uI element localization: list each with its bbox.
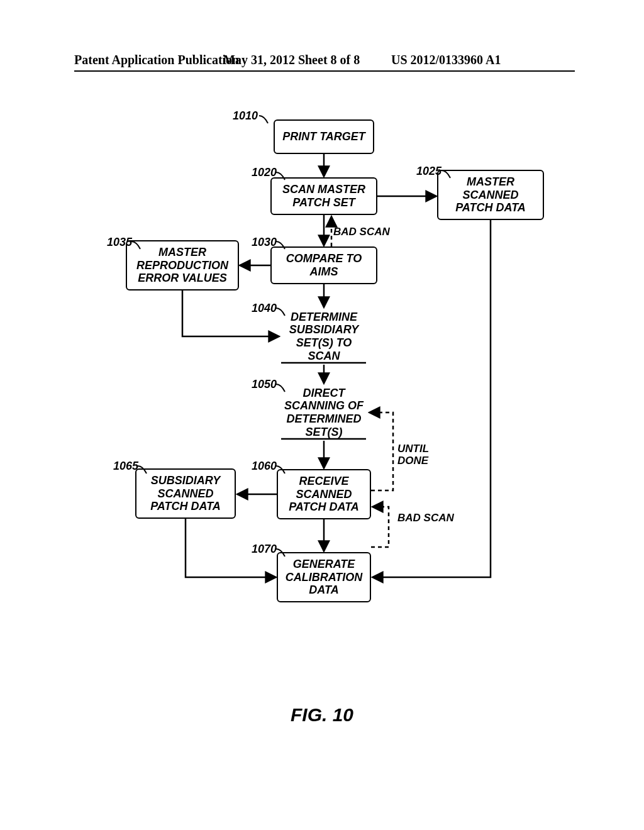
header-rule: [74, 70, 575, 72]
box-subsidiary-scanned-label: SUBSIDIARY SCANNED PATCH DATA: [150, 474, 221, 513]
ref-tick-1050: [275, 382, 287, 394]
ref-tick-1025: [440, 168, 453, 180]
box-print-target-label: PRINT TARGET: [282, 130, 365, 143]
box-receive-scanned-patch-data: RECEIVE SCANNED PATCH DATA: [277, 469, 371, 519]
annot-until-done: UNTIL DONE: [397, 443, 429, 467]
ref-1040: 1040: [252, 302, 277, 315]
box-subsidiary-scanned-patch-data: SUBSIDIARY SCANNED PATCH DATA: [135, 468, 236, 519]
header-center: May 31, 2012 Sheet 8 of 8: [223, 53, 360, 67]
header-right: US 2012/0133960 A1: [391, 53, 501, 67]
box-direct-scanning-label: DIRECT SCANNING OF DETERMINED SET(S): [284, 387, 364, 439]
ref-tick-1065: [136, 463, 149, 476]
ref-1020: 1020: [252, 166, 277, 179]
box-direct-scanning: DIRECT SCANNING OF DETERMINED SET(S): [280, 384, 368, 441]
ref-1010: 1010: [233, 109, 258, 123]
box-print-target: PRINT TARGET: [274, 119, 374, 154]
ref-tick-1010: [258, 113, 270, 126]
box-determine-sub-label: DETERMINE SUBSIDIARY SET(S) TO SCAN: [289, 311, 359, 363]
box-master-reproduction-error-values: MASTER REPRODUCTION ERROR VALUES: [126, 240, 239, 290]
ref-1025: 1025: [416, 165, 441, 178]
ref-tick-1060: [275, 463, 287, 476]
box-determine-subsidiary-sets: DETERMINE SUBSIDIARY SET(S) TO SCAN: [280, 308, 368, 365]
box-master-scanned-label: MASTER SCANNED PATCH DATA: [455, 175, 526, 214]
box-compare-to-aims: COMPARE TO AIMS: [270, 246, 377, 284]
ref-1070: 1070: [252, 543, 277, 556]
ref-1050: 1050: [252, 378, 277, 391]
header-left: Patent Application Publication: [74, 53, 239, 67]
ref-tick-1070: [275, 546, 287, 559]
box-generate-calibration-data: GENERATE CALIBRATION DATA: [277, 552, 371, 602]
ref-1030: 1030: [252, 236, 277, 249]
annot-bad-scan-1: BAD SCAN: [333, 226, 390, 238]
flowchart: PRINT TARGET SCAN MASTER PATCH SET MASTE…: [0, 107, 644, 704]
box-generate-cal-label: GENERATE CALIBRATION DATA: [286, 558, 363, 597]
ref-1035: 1035: [107, 236, 132, 249]
ref-tick-1040: [275, 306, 287, 318]
ref-tick-1030: [275, 239, 287, 252]
ref-1065: 1065: [113, 460, 138, 473]
box-compare-aims-label: COMPARE TO AIMS: [286, 252, 362, 278]
box-scan-master-label: SCAN MASTER PATCH SET: [282, 183, 365, 209]
ref-tick-1020: [275, 170, 287, 182]
annot-bad-scan-2: BAD SCAN: [397, 512, 454, 524]
box-receive-scanned-label: RECEIVE SCANNED PATCH DATA: [289, 475, 359, 514]
ref-1060: 1060: [252, 460, 277, 473]
ref-tick-1035: [130, 239, 143, 252]
box-master-repro-label: MASTER REPRODUCTION ERROR VALUES: [136, 246, 228, 285]
box-master-scanned-patch-data: MASTER SCANNED PATCH DATA: [437, 170, 544, 220]
figure-caption: FIG. 10: [0, 704, 644, 726]
box-scan-master-patch-set: SCAN MASTER PATCH SET: [270, 177, 377, 215]
